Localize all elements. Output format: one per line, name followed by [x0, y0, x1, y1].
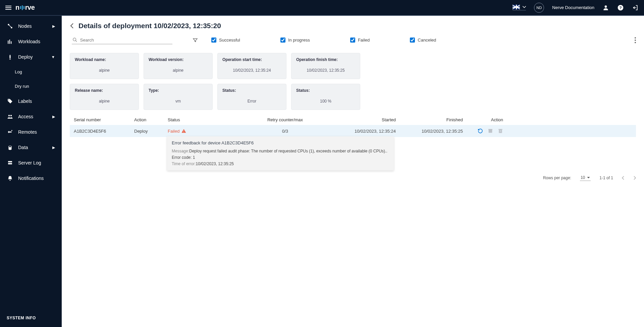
svg-rect-5	[8, 41, 8, 44]
info-card-value: 10/02/2023, 12:35:25	[296, 68, 355, 73]
sidebar-item-labels[interactable]: Labels	[0, 93, 62, 109]
sidebar-item-nodes[interactable]: Nodes ▶	[0, 18, 62, 34]
info-card: Operation start time:10/02/2023, 12:35:2…	[217, 53, 286, 79]
th-retry: Retry counter/max	[248, 117, 322, 122]
svg-point-18	[635, 37, 636, 39]
filter-canceled[interactable]: Canceled	[410, 38, 436, 43]
svg-rect-24	[488, 129, 492, 130]
help-icon[interactable]: ?	[617, 4, 624, 11]
delete-action-icon[interactable]	[498, 128, 503, 134]
info-card-value: alpine	[149, 68, 208, 73]
checkbox-canceled[interactable]	[410, 38, 415, 43]
checkbox-in-progress[interactable]	[280, 38, 285, 43]
svg-rect-21	[184, 130, 184, 132]
svg-point-9	[8, 100, 9, 100]
svg-rect-14	[8, 161, 12, 162]
language-selector[interactable]	[513, 5, 526, 10]
sidebar-item-log[interactable]: Log	[0, 65, 62, 79]
sidebar-item-label: Deploy	[18, 54, 33, 60]
svg-point-10	[8, 115, 10, 117]
info-card: Operation finish time:10/02/2023, 12:35:…	[291, 53, 360, 79]
more-menu-icon[interactable]	[635, 37, 636, 43]
sidebar-item-label: Labels	[18, 99, 32, 104]
sidebar-item-label: Access	[18, 114, 33, 119]
info-card: Status:100 %	[291, 84, 360, 110]
profile-icon[interactable]	[602, 4, 609, 11]
info-card-value: alpine	[75, 99, 134, 104]
info-card-label: Workload name:	[75, 57, 134, 62]
sidebar-item-label: Server Log	[18, 160, 41, 166]
sidebar-item-label: Workloads	[18, 39, 40, 44]
th-serial: Serial number	[74, 117, 134, 122]
username-label: Nerve Documentation	[552, 5, 594, 10]
checkbox-failed[interactable]	[350, 38, 355, 43]
svg-point-0	[605, 5, 607, 8]
info-card: Status:Error	[217, 84, 286, 110]
sidebar-item-deploy[interactable]: Deploy ▼	[0, 49, 62, 65]
sidebar-item-workloads[interactable]: Workloads	[0, 34, 62, 49]
table-row[interactable]: A1B2C3D4E5F6 Deploy Failed 0/3 10/02/202…	[70, 125, 636, 137]
rows-per-page-select[interactable]: 10	[580, 175, 591, 181]
svg-point-16	[10, 180, 11, 181]
system-info-link[interactable]: SYSTEM INFO	[0, 309, 62, 327]
search-input[interactable]	[80, 38, 172, 43]
info-card-label: Status:	[222, 88, 281, 93]
sidebar-item-access[interactable]: Access ▶	[0, 109, 62, 124]
svg-rect-23	[489, 130, 492, 133]
svg-rect-15	[8, 163, 12, 165]
user-avatar[interactable]: ND	[534, 3, 544, 13]
th-action2: Action	[463, 117, 503, 122]
svg-text:?: ?	[619, 5, 622, 10]
checkbox-successful[interactable]	[211, 38, 216, 43]
nodes-icon	[7, 23, 13, 29]
back-button[interactable]	[70, 23, 74, 29]
retry-action-icon[interactable]	[478, 128, 483, 134]
labels-icon	[7, 98, 13, 104]
filter-successful[interactable]: Successful	[211, 38, 240, 43]
info-card-value: alpine	[75, 68, 134, 73]
info-card: Type:vm	[144, 84, 213, 110]
chevron-down-icon: ▼	[51, 55, 55, 59]
hamburger-menu-button[interactable]	[5, 6, 11, 10]
svg-rect-6	[9, 40, 10, 44]
nerve-logo: nrve	[15, 4, 35, 11]
chevron-right-icon: ▶	[52, 24, 55, 28]
next-page-button[interactable]	[633, 176, 636, 180]
info-card-label: Type:	[149, 88, 208, 93]
sidebar-item-remotes[interactable]: Remotes	[0, 124, 62, 140]
search-input-wrap[interactable]	[72, 36, 172, 44]
info-card: Workload version:alpine	[144, 53, 213, 79]
page-title: Details of deployment 10/02/2023, 12:35:…	[78, 22, 221, 30]
sidebar-item-notifications[interactable]: Notifications	[0, 171, 62, 186]
sidebar-item-label: Log	[15, 69, 22, 74]
svg-rect-7	[11, 41, 11, 44]
table-header-row: Serial number Action Status Retry counte…	[70, 115, 636, 125]
uk-flag-icon	[513, 5, 520, 9]
cell-retry: 0/3	[248, 129, 322, 134]
rows-per-page-label: Rows per page:	[543, 176, 571, 180]
filter-failed[interactable]: Failed	[350, 38, 370, 43]
th-finished: Finished	[396, 117, 463, 122]
info-card-label: Operation finish time:	[296, 57, 355, 62]
remotes-icon	[7, 129, 13, 135]
info-card-value: 100 %	[296, 99, 355, 104]
warning-icon	[181, 129, 186, 133]
filter-icon[interactable]	[193, 38, 198, 43]
info-card-label: Status:	[296, 88, 355, 93]
logout-icon[interactable]	[632, 4, 639, 11]
sidebar: Nodes ▶ Workloads Deploy ▼ Log Dry run L…	[0, 16, 62, 327]
sidebar-item-dry-run[interactable]: Dry run	[0, 79, 62, 93]
archive-action-icon[interactable]	[488, 128, 493, 134]
svg-rect-25	[499, 130, 502, 133]
sidebar-item-label: Dry run	[15, 84, 29, 89]
sidebar-item-data[interactable]: Data ▶	[0, 140, 62, 155]
sidebar-item-label: Data	[18, 145, 28, 150]
cell-finished: 10/02/2023, 12:35:25	[396, 129, 463, 134]
cell-status: Failed	[168, 129, 248, 134]
workloads-icon	[7, 39, 13, 45]
deploy-icon	[7, 54, 13, 60]
filter-in-progress[interactable]: In progress	[280, 38, 310, 43]
prev-page-button[interactable]	[622, 176, 625, 180]
sidebar-item-server-log[interactable]: Server Log	[0, 155, 62, 171]
svg-point-13	[9, 146, 12, 148]
